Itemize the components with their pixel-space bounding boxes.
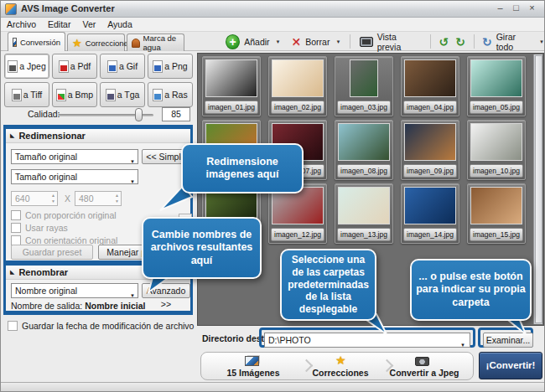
gallery-scrollbar[interactable]: [533, 54, 542, 324]
keep-date-checkbox[interactable]: [8, 321, 18, 331]
gallery-item[interactable]: imagen_01.jpg: [202, 56, 261, 116]
toolbar-separator: [350, 34, 350, 49]
gallery-item[interactable]: imagen_04.jpg: [401, 56, 459, 116]
save-preset-button[interactable]: Guardar preset: [11, 245, 93, 260]
gallery-item[interactable]: imagen_15.jpg: [467, 183, 526, 244]
combo-arrow-icon[interactable]: ▼: [460, 338, 465, 352]
dropdown-arrow-icon: ▼: [130, 175, 135, 188]
rotate-all-button[interactable]: Girar todo: [496, 32, 533, 52]
photo-thumbnail: [404, 187, 456, 224]
photo-thumbnail: [338, 187, 390, 224]
quality-value[interactable]: 85: [162, 107, 190, 121]
rotate-all-dropdown-icon[interactable]: ▼: [539, 39, 544, 44]
rotate-right-icon[interactable]: ↻: [455, 36, 465, 48]
quality-label: Calidad:: [28, 109, 60, 119]
tab-conversion[interactable]: Conversión: [8, 32, 65, 51]
file-bmp-icon: [56, 89, 66, 101]
wizard-step-corrections: Correcciones: [300, 368, 381, 378]
delete-button[interactable]: Borrar: [305, 37, 330, 47]
app-window: AVS Image Converter – □ × Archivo Editar…: [0, 0, 545, 392]
collapse-icon[interactable]: ◣: [10, 269, 14, 276]
rotate-left-icon[interactable]: ↺: [439, 36, 449, 48]
minimize-button[interactable]: –: [494, 3, 506, 14]
output-name-value: Nombre inicial: [85, 301, 145, 311]
add-dropdown-icon[interactable]: ▼: [276, 39, 281, 44]
file-pdf-icon: [59, 60, 69, 73]
use-strips-row: Usar rayas: [11, 223, 68, 233]
callout-folder: Seleccione una de las carpetas predeterm…: [280, 249, 376, 321]
gallery-item[interactable]: imagen_14.jpg: [401, 183, 459, 244]
photo-thumbnail: [470, 187, 522, 224]
convert-button[interactable]: ¡Convertir!: [479, 352, 542, 379]
gallery-item[interactable]: imagen_05.jpg: [467, 56, 526, 116]
format-button-bmp[interactable]: a Bmp: [52, 82, 97, 107]
menu-archivo[interactable]: Archivo: [7, 19, 36, 29]
resize-preset2-dropdown[interactable]: Tamaño original ▼: [11, 169, 138, 184]
gallery-item[interactable]: imagen_02.jpg: [268, 56, 327, 116]
tab-correcciones[interactable]: ★ Correcciones: [67, 34, 125, 51]
camera-icon: [415, 357, 429, 366]
gallery-item[interactable]: imagen_03.jpg: [335, 56, 393, 116]
menu-ver[interactable]: Ver: [82, 19, 96, 29]
filename-label: imagen_14.jpg: [403, 228, 457, 241]
tab-marca-de-agua[interactable]: Marca de agua: [127, 34, 184, 51]
format-button-pdf[interactable]: a Pdf: [52, 54, 97, 79]
file-ras-icon: [153, 89, 163, 101]
gallery-item[interactable]: imagen_09.jpg: [401, 120, 459, 180]
add-button[interactable]: Añadir: [244, 37, 269, 47]
photo-thumbnail: [272, 59, 324, 97]
width-spinner[interactable]: 640 ▲▼: [11, 191, 58, 206]
size-separator: X: [65, 193, 70, 204]
gallery-item[interactable]: imagen_08.jpg: [335, 120, 393, 180]
menu-editar[interactable]: Editar: [48, 19, 70, 29]
star-icon: ★: [335, 355, 346, 366]
rename-preset-dropdown[interactable]: Nombre original ▼: [11, 283, 138, 298]
keep-date-row: Guardar la fecha de modificación de arch…: [8, 321, 194, 331]
format-button-gif[interactable]: a Gif: [100, 54, 145, 79]
maximize-button[interactable]: □: [510, 3, 522, 14]
filename-label: imagen_13.jpg: [337, 228, 391, 241]
wizard-step-images: 15 Imágenes: [210, 368, 297, 378]
resize-section-header[interactable]: ◣ Redimensionar: [6, 129, 190, 143]
format-button-ras[interactable]: a Ras: [148, 82, 193, 107]
spinner-arrows-icon[interactable]: ▲▼: [115, 193, 119, 204]
menu-ayuda[interactable]: Ayuda: [107, 19, 132, 29]
collapse-icon[interactable]: ◣: [10, 132, 14, 139]
rotate-all-icon: ↻: [482, 36, 492, 48]
quality-slider-thumb[interactable]: [135, 108, 143, 121]
file-gif-icon: [107, 60, 117, 73]
filename-label: imagen_05.jpg: [470, 101, 523, 114]
filename-label: imagen_08.jpg: [337, 164, 391, 178]
images-step-icon: [245, 356, 259, 366]
watermark-stamp-icon: [132, 39, 140, 48]
format-button-png[interactable]: a Png: [148, 54, 193, 79]
close-button[interactable]: ×: [526, 3, 538, 14]
add-icon: +: [226, 34, 240, 49]
scrollbar-thumb[interactable]: [535, 55, 542, 323]
wizard-bar: 15 Imágenes ★ Correcciones Convertir a J…: [200, 352, 474, 380]
photo-thumbnail: [350, 59, 378, 97]
delete-dropdown-icon[interactable]: ▼: [335, 39, 340, 44]
use-strips-checkbox[interactable]: [11, 223, 21, 233]
gallery-item[interactable]: imagen_13.jpg: [335, 183, 393, 244]
window-title: AVS Image Converter: [21, 3, 115, 13]
conversion-icon: [13, 38, 17, 47]
callout-resize: Redimensione imágenes aquí: [181, 143, 304, 193]
height-spinner[interactable]: 480 ▲▼: [75, 191, 122, 206]
filename-label: imagen_04.jpg: [403, 101, 457, 114]
format-button-tiff[interactable]: a Tiff: [4, 82, 49, 107]
file-png-icon: [153, 60, 163, 73]
photo-thumbnail: [470, 123, 522, 161]
wizard-step-convert: Convertir a Jpeg: [381, 368, 468, 378]
keep-proportions-row: Con proporción original: [11, 210, 117, 220]
preview-button[interactable]: Vista previa: [377, 32, 421, 52]
resize-preset-dropdown[interactable]: Tamaño original ▼: [11, 149, 138, 164]
title-bar[interactable]: AVS Image Converter – □ ×: [1, 1, 544, 18]
spinner-arrows-icon[interactable]: ▲▼: [51, 193, 55, 204]
photo-thumbnail: [470, 59, 522, 97]
gallery-item[interactable]: imagen_10.jpg: [467, 120, 526, 180]
keep-proportions-checkbox[interactable]: [11, 210, 21, 220]
delete-icon: ✕: [292, 35, 302, 49]
format-button-tga[interactable]: a Tga: [100, 82, 145, 107]
format-button-jpeg[interactable]: a Jpeg: [4, 54, 49, 79]
